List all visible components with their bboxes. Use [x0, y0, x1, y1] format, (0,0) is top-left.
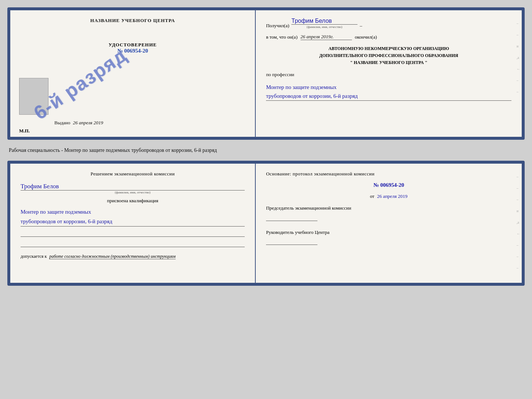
center-title: НАЗВАНИЕ УЧЕБНОГО ЦЕНТРА — [90, 18, 175, 24]
predsedatel-signature — [266, 214, 317, 221]
page-wrapper: НАЗВАНИЕ УЧЕБНОГО ЦЕНТРА 6-й разряд УДОС… — [7, 7, 525, 286]
poluchil-row: Получил(а) Трофим Белов (фамилия, имя, о… — [266, 18, 511, 29]
dash1: – — [360, 23, 362, 29]
underline-row-2 — [21, 241, 245, 247]
okончил-suffix: окончил(а) — [355, 34, 377, 40]
bottom-profession: Монтер по защите подземных трубопроводов… — [21, 207, 245, 227]
cert-left-panel: НАЗВАНИЕ УЧЕБНОГО ЦЕНТРА 6-й разряд УДОС… — [10, 10, 256, 137]
dopuskaetsya-block: допускается к работе согласно должностны… — [21, 253, 245, 260]
bottom-fio-sub: (фамилия, имя, отчество) — [21, 190, 245, 194]
poluchil-name: Трофим Белов — [291, 18, 357, 25]
rukovoditel-signature — [266, 238, 317, 245]
org-line1: АВТОНОМНУЮ НЕКОММЕРЧЕСКУЮ ОРГАНИЗАЦИЮ — [266, 45, 511, 52]
cert-bottom-right: Основание: протокол экзаменационной коми… — [256, 164, 522, 283]
predsedatel-label: Председатель экзаменационной комиссии — [266, 204, 511, 212]
certificate-bottom: Решением экзаменационной комиссии Трофим… — [7, 161, 525, 286]
from-date: от 26 апреля 2019 — [266, 193, 511, 199]
udost-label: УДОСТОВЕРЕНИЕ — [108, 42, 157, 48]
bottom-section-title: Решением экзаменационной комиссии — [21, 171, 245, 177]
photo-placeholder — [19, 78, 48, 115]
vydano-line: Выдано 26 апреля 2019 — [54, 120, 103, 126]
ot-date: 26 апреля 2019 — [377, 193, 407, 199]
profession-line2: трубопроводов от коррозии, 6-й разряд — [266, 92, 511, 100]
vtom-row: в том, что он(а) 26 апреля 2019г. окончи… — [266, 34, 511, 40]
cert-right-panel: Получил(а) Трофим Белов (фамилия, имя, о… — [256, 10, 522, 137]
cert-bottom-left: Решением экзаменационной комиссии Трофим… — [10, 164, 256, 283]
osnov-title: Основание: протокол экзаменационной коми… — [266, 171, 511, 177]
profession-line1: Монтер по защите подземных — [266, 83, 511, 92]
bottom-prof-line1: Монтер по защите подземных — [21, 207, 245, 217]
bottom-prof-line2: трубопроводов от коррозии, 6-й разряд — [21, 217, 245, 227]
predsedatel-block: Председатель экзаменационной комиссии — [266, 204, 511, 224]
bottom-fio-block: Трофим Белов (фамилия, имя, отчество) — [21, 183, 245, 194]
udost-block: УДОСТОВЕРЕНИЕ № 006954-20 — [108, 42, 157, 54]
org-line3: " НАЗВАНИЕ УЧЕБНОГО ЦЕНТРА " — [266, 59, 511, 66]
protocol-number: № 006954-20 — [266, 182, 511, 188]
rukovoditel-label: Руководитель учебного Центра — [266, 229, 511, 236]
bottom-fio-handwritten: Трофим Белов — [21, 183, 245, 190]
vtom-prefix: в том, что он(а) — [266, 34, 298, 40]
dopuskaetsya-prefix: допускается к — [21, 254, 47, 259]
profession-handwritten: Монтер по защите подземных трубопроводов… — [266, 83, 511, 101]
certificate-top: НАЗВАНИЕ УЧЕБНОГО ЦЕНТРА 6-й разряд УДОС… — [7, 7, 525, 140]
vydano-prefix: Выдано — [54, 120, 70, 125]
middle-text: Рабочая специальность - Монтер по защите… — [7, 144, 525, 156]
mp-label: М.П. — [19, 128, 30, 134]
fio-sub-top: (фамилия, имя, отчество) — [291, 25, 357, 29]
rukovoditel-block: Руководитель учебного Центра — [266, 229, 511, 248]
poluchil-prefix: Получил(а) — [266, 23, 289, 29]
right-edge-marks: – – и ,а ← – – — [517, 21, 520, 94]
underline-row-1 — [21, 230, 245, 237]
right-edge-marks-bottom: – – – и ,а ← – – – — [517, 175, 520, 270]
org-block: АВТОНОМНУЮ НЕКОММЕРЧЕСКУЮ ОРГАНИЗАЦИЮ ДО… — [266, 45, 511, 67]
vydano-date: 26 апреля 2019 — [73, 120, 103, 125]
org-line2: ДОПОЛНИТЕЛЬНОГО ПРОФЕССИОНАЛЬНОГО ОБРАЗО… — [266, 52, 511, 59]
po-professii: по профессии — [266, 72, 511, 78]
ot-prefix: от — [370, 193, 374, 199]
udost-number: № 006954-20 — [108, 48, 157, 54]
vtom-date: 26 апреля 2019г. — [301, 34, 352, 40]
dopuskaetsya-italic: работе согласно должностным (производств… — [49, 254, 176, 259]
prisvoena-text: присвоена квалификация — [21, 198, 245, 204]
